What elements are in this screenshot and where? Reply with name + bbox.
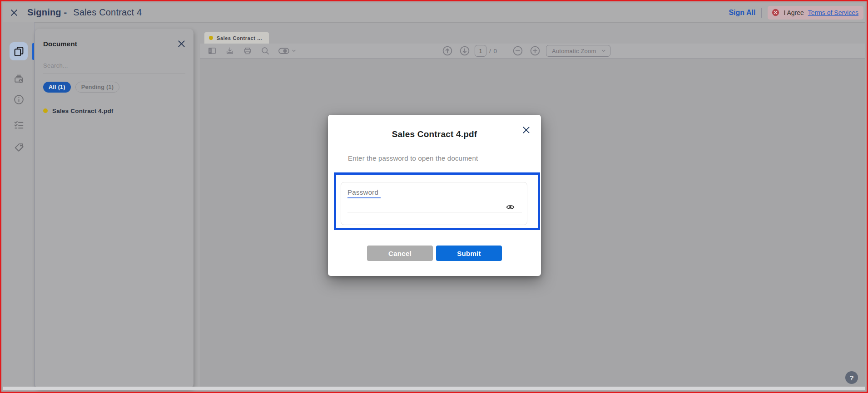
file-status-dot-icon (43, 108, 48, 113)
zoom-level-label: Automatic Zoom (552, 48, 601, 54)
page-number-input[interactable] (475, 45, 486, 57)
filter-pending-chip[interactable]: Pending (1) (75, 82, 119, 93)
modal-title: Sales Contract 4.pdf (328, 129, 541, 139)
password-input[interactable] (347, 201, 522, 212)
zoom-out-button[interactable] (511, 44, 524, 57)
rail-item-signers[interactable] (10, 69, 28, 88)
page-title: Sales Contract 4 (73, 7, 142, 18)
page-title-prefix: Signing - (27, 7, 67, 18)
bottom-strip (3, 387, 865, 390)
next-page-button[interactable] (458, 44, 471, 57)
modal-subtitle: Enter the password to open the document (348, 154, 478, 162)
rail-item-documents[interactable] (10, 42, 28, 60)
top-bar-actions: Sign All I Agree Terms of Services (729, 6, 865, 20)
agree-terms-badge: I Agree Terms of Services (768, 6, 863, 20)
documents-icon (13, 46, 25, 57)
modal-close-icon[interactable] (520, 124, 532, 136)
rail-item-info[interactable] (10, 90, 28, 108)
download-button[interactable] (225, 46, 235, 56)
submit-button[interactable]: Submit (436, 246, 502, 261)
sign-all-button[interactable]: Sign All (729, 9, 755, 17)
plus-circle-icon (530, 45, 541, 56)
file-list-item[interactable]: Sales Contract 4.pdf (43, 105, 188, 117)
password-label: Password (347, 188, 378, 196)
search-icon (261, 46, 270, 55)
app-root: Signing - Sales Contract 4 Sign All I Ag… (0, 0, 868, 393)
info-icon (13, 94, 25, 105)
tags-icon (13, 142, 25, 153)
rail-active-indicator (32, 43, 34, 60)
signer-stack-icon (13, 73, 25, 84)
file-name: Sales Contract 4.pdf (52, 108, 114, 114)
agree-label: I Agree (784, 9, 804, 16)
top-bar-divider (761, 8, 762, 18)
sidebar-toggle-icon (208, 46, 217, 55)
password-field-card: Password (341, 182, 527, 225)
viewer-tab[interactable]: Sales Contract … (204, 32, 269, 44)
toolbar-separator (504, 44, 504, 59)
zoom-in-button[interactable] (529, 44, 541, 57)
arrow-up-circle-icon (442, 45, 453, 56)
rail-item-checklist[interactable] (10, 116, 28, 134)
help-button[interactable]: ? (845, 371, 858, 384)
chevron-down-icon (601, 48, 606, 54)
close-signing-icon[interactable] (8, 7, 20, 19)
filter-chips: All (1) Pending (1) (43, 82, 119, 93)
toggle-sidebar-button[interactable] (207, 46, 217, 56)
document-search (43, 59, 185, 74)
password-label-underline (347, 197, 381, 198)
download-icon (225, 46, 234, 55)
minus-circle-icon (512, 45, 523, 56)
cancel-button[interactable]: Cancel (367, 246, 433, 261)
checklist-icon (13, 119, 25, 131)
rail-item-tags[interactable] (10, 138, 28, 157)
tab-status-dot-icon (209, 36, 213, 40)
top-bar: Signing - Sales Contract 4 Sign All I Ag… (3, 3, 865, 22)
print-button[interactable] (243, 46, 253, 56)
toggle-pill-icon (278, 46, 290, 55)
view-toggle-button[interactable] (278, 46, 297, 55)
viewer-toolbar: / 0 Automatic Zoom (200, 44, 865, 59)
zoom-level-dropdown[interactable]: Automatic Zoom (546, 45, 610, 57)
page-total-label: / 0 (489, 48, 497, 54)
password-modal: Sales Contract 4.pdf Enter the password … (328, 115, 541, 276)
annotation-highlight-box: Password (334, 172, 540, 230)
arrow-down-circle-icon (459, 45, 470, 56)
filter-all-chip[interactable]: All (1) (43, 82, 71, 93)
toolbar-center-group: / 0 Automatic Zoom (441, 44, 610, 59)
icon-rail (3, 22, 35, 387)
error-circle-x-icon (772, 9, 779, 16)
tab-label: Sales Contract … (217, 35, 263, 41)
previous-page-button[interactable] (441, 44, 454, 57)
terms-of-services-link[interactable]: Terms of Services (808, 9, 858, 16)
document-panel-header: Document (43, 38, 187, 49)
document-panel: Document All (1) Pending (1) Sales Contr… (35, 29, 193, 388)
print-icon (243, 46, 252, 55)
help-label: ? (849, 374, 853, 382)
eye-icon (506, 203, 515, 211)
search-input[interactable] (43, 59, 185, 74)
toggle-password-visibility-button[interactable] (505, 201, 516, 212)
search-document-button[interactable] (260, 46, 270, 56)
document-panel-title: Document (43, 40, 77, 48)
chevron-down-icon (291, 48, 297, 54)
toolbar-left-group (200, 46, 297, 56)
panel-close-icon[interactable] (175, 38, 187, 49)
